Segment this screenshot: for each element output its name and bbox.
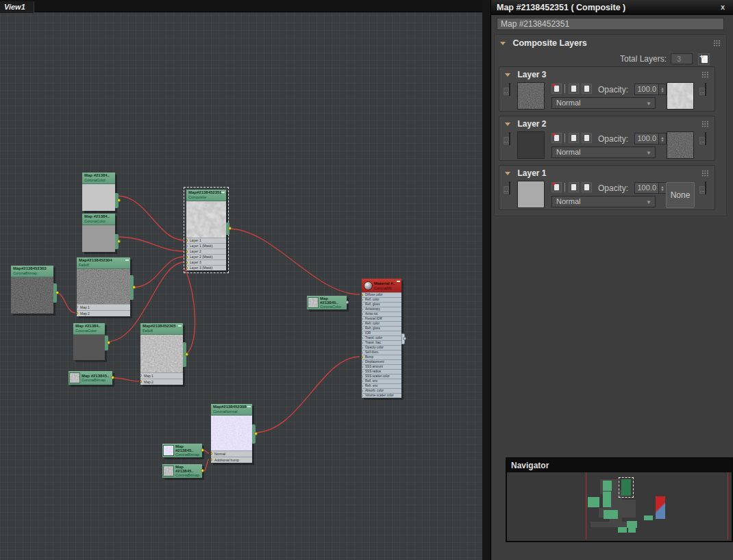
duplicate-layer-button[interactable] — [569, 84, 579, 94]
slot-refr-env[interactable]: Refr. env — [362, 383, 401, 388]
slot-displacement[interactable]: Displacement — [362, 359, 401, 364]
collapse-node-icon[interactable] — [247, 406, 251, 407]
node-coronacolor-3[interactable]: Map #21384.. CoronaColor — [73, 323, 105, 360]
node-coronabitmap-small-1[interactable]: Map #213845.. CoronaBitmap — [69, 371, 112, 385]
node-coronabitmap-left[interactable]: Map#2138452303 CoronaBitmap — [11, 266, 53, 314]
node-falloff-2[interactable]: Map#2138452305 Falloff Map 1 Map 2 — [140, 323, 183, 385]
slot-refl-color[interactable]: Refl. color — [362, 297, 401, 302]
layer1-header[interactable]: Layer 1 — [499, 166, 715, 179]
node-header[interactable]: Map#2138452303 CoronaBitmap — [11, 266, 53, 277]
grip-icon[interactable] — [713, 40, 721, 47]
layer2-texture-thumbnail[interactable] — [517, 131, 545, 159]
output-socket[interactable] — [201, 448, 204, 452]
slot-map2[interactable]: Map 2 — [77, 310, 130, 316]
slot-refr-color[interactable]: Refr. color — [362, 321, 401, 326]
slot-layer3[interactable]: Layer 3 — [186, 259, 226, 265]
color-swatch-button[interactable] — [509, 181, 510, 194]
output-socket[interactable] — [345, 301, 349, 304]
spinner-arrows-icon[interactable]: ▲▼ — [659, 133, 667, 144]
node-coronacolor-1[interactable]: Map #21384.. CoronaColor — [82, 173, 115, 211]
layer1-texture-thumbnail[interactable] — [517, 181, 545, 208]
slot-layer2-mask[interactable]: Layer 2 (Mask) — [186, 254, 226, 259]
slot-sss-scatter-color[interactable]: SSS scatter color — [362, 374, 401, 379]
slot-self-illum[interactable]: Self-illum. — [362, 350, 401, 355]
node-coronanormal[interactable]: Map#2138452308 CoronaNormal Normal Addit… — [211, 404, 252, 463]
panel-title-bar[interactable]: Map #2138452351 ( Composite ) x — [491, 0, 733, 15]
slot-transl-color[interactable]: Transl. color — [362, 335, 401, 340]
blend-mode-dropdown[interactable]: Normal ▼ — [551, 196, 656, 207]
slot-opacity-color[interactable]: Opacity color — [362, 345, 401, 350]
map-name-input[interactable]: Map #2138452351 — [497, 18, 724, 30]
grip-icon[interactable] — [701, 120, 709, 127]
color-swatch-button[interactable] — [705, 181, 706, 194]
color-swatch-button[interactable] — [705, 132, 706, 145]
node-header[interactable]: Map #21384.. CoronaColor — [73, 323, 105, 334]
slot-sss-amount[interactable]: SSS amount — [362, 364, 401, 369]
node-coronacolor-4[interactable]: Map #213845.. CoronaColor — [307, 296, 347, 309]
add-layer-button[interactable]: + — [698, 53, 710, 65]
rename-layer-button[interactable] — [582, 133, 592, 143]
slot-additional-bump[interactable]: Additional bump — [211, 457, 252, 463]
slot-layer1-mask[interactable]: Layer 1 (Mask) — [186, 243, 226, 249]
layer2-mask-thumbnail[interactable] — [667, 131, 694, 159]
rollout-arrow-icon[interactable] — [505, 123, 510, 126]
collapse-node-icon[interactable] — [125, 259, 129, 261]
opacity-spinner[interactable]: 100.0 ▲▼ — [634, 84, 667, 95]
slot-map1[interactable]: Map 1 — [140, 372, 183, 379]
output-socket[interactable] — [183, 342, 186, 367]
slot-refl-gloss[interactable]: Refl. gloss — [362, 302, 401, 307]
slot-aniso-rot[interactable]: Aniso rot. — [362, 311, 401, 316]
node-coronamtl[interactable]: Material #.. CoronaMtl Diffuse color Ref… — [362, 279, 401, 398]
rollout-arrow-icon[interactable] — [505, 73, 510, 77]
opacity-spinner[interactable]: 100.0 ▲▼ — [634, 133, 667, 144]
node-header[interactable]: Map #21384.. CoronaColor — [82, 214, 115, 225]
slot-bump[interactable]: Bump — [362, 355, 401, 359]
rename-layer-button[interactable] — [582, 84, 592, 94]
total-layers-value[interactable]: 3 — [671, 53, 693, 64]
rollout-header[interactable]: Composite Layers — [495, 35, 726, 50]
node-coronabitmap-small-3[interactable]: Map #213845.. CoronaBitmap — [162, 464, 202, 478]
node-header[interactable]: Map#2138452308 CoronaNormal — [211, 404, 252, 415]
layer3-mask-thumbnail[interactable] — [667, 82, 694, 110]
output-socket[interactable] — [226, 222, 229, 235]
output-socket[interactable] — [401, 333, 405, 344]
remove-layer-button[interactable] — [551, 133, 562, 143]
tab-view1[interactable]: View1 — [0, 1, 34, 13]
grip-icon[interactable] — [701, 170, 709, 177]
slot-refr-gloss[interactable]: Refr. gloss — [362, 326, 401, 331]
node-coronacolor-2[interactable]: Map #21384.. CoronaColor — [82, 214, 115, 252]
blend-mode-dropdown[interactable]: Normal ▼ — [551, 97, 656, 109]
output-socket[interactable] — [111, 376, 114, 379]
opacity-spinner[interactable]: 100.0 ▲▼ — [634, 182, 667, 194]
color-swatch-button[interactable] — [705, 83, 706, 96]
output-socket[interactable] — [201, 469, 204, 472]
navigator-minimap[interactable] — [507, 472, 732, 539]
remove-layer-button[interactable] — [551, 182, 562, 192]
node-graph-canvas[interactable]: Map #21384.. CoronaColor Map #21384.. Co… — [0, 0, 482, 560]
node-header[interactable]: Material #.. CoronaMtl — [362, 279, 401, 292]
collapse-node-icon[interactable] — [221, 192, 225, 193]
rollout-arrow-icon[interactable] — [500, 42, 506, 45]
layer3-header[interactable]: Layer 3 — [499, 67, 715, 81]
blend-mode-dropdown[interactable]: Normal ▼ — [551, 147, 656, 158]
collapse-node-icon[interactable] — [178, 325, 182, 327]
mask-none-button[interactable]: None — [666, 182, 695, 208]
navigator-view-rect[interactable] — [619, 477, 634, 498]
rename-layer-button[interactable] — [582, 182, 592, 192]
node-header[interactable]: Map #21384.. CoronaColor — [82, 173, 115, 183]
slot-layer1[interactable]: Layer 1 — [186, 238, 226, 243]
duplicate-layer-button[interactable] — [569, 133, 579, 143]
slot-transl-frac[interactable]: Transl. frac. — [362, 340, 401, 345]
color-swatch-button[interactable] — [509, 132, 510, 145]
slot-map2[interactable]: Map 2 — [140, 379, 183, 385]
slot-layer2[interactable]: Layer 2 — [186, 249, 226, 254]
close-icon[interactable]: x — [718, 0, 728, 15]
slot-sss-radius[interactable]: SSS radius — [362, 369, 401, 374]
node-header[interactable]: Map#2138452304 Falloff — [77, 257, 130, 268]
layer3-texture-thumbnail[interactable] — [517, 82, 545, 110]
slot-layer3-mask[interactable]: Layer 3 (Mask) — [186, 265, 226, 270]
color-swatch-button[interactable] — [509, 83, 510, 96]
navigator-title-bar[interactable]: Navigator — [507, 459, 732, 472]
node-falloff-1[interactable]: Map#2138452304 Falloff Map 1 Map 2 — [77, 257, 130, 316]
output-socket[interactable] — [105, 335, 108, 351]
